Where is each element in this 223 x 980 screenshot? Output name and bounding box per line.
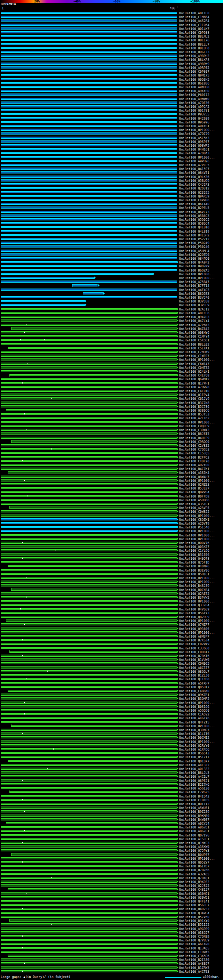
alignment-bar[interactable] xyxy=(1,78,176,80)
hit-accession-label[interactable]: UniRef100_C5LYA1 xyxy=(179,347,209,350)
hit-accession-label[interactable]: UniRef100_A9PH26 xyxy=(179,159,209,163)
alignment-row[interactable]: UniRef100_D0CM12 xyxy=(0,736,223,740)
hit-accession-label[interactable]: UniRef100_A48B97 xyxy=(179,962,209,966)
alignment-row[interactable]: UniRef100_B7FT14 xyxy=(0,284,223,288)
hit-accession-label[interactable]: UniRef100_A3S5K4 xyxy=(179,471,209,474)
hit-accession-label[interactable]: UniRef100_B6E8E6 xyxy=(179,82,209,85)
alignment-bar[interactable] xyxy=(1,491,176,493)
hit-accession-label[interactable]: UniRef100_Q11CD0 xyxy=(179,678,209,681)
alignment-row[interactable]: UniRef100_B5GYY3 xyxy=(0,611,223,615)
alignment-bar[interactable] xyxy=(1,152,176,154)
hit-accession-label[interactable]: UniRef100_Q0O3H5 xyxy=(179,78,209,81)
alignment-bar[interactable] xyxy=(1,581,176,583)
hit-accession-label[interactable]: UniRef100_C6W147 xyxy=(179,362,209,366)
alignment-row[interactable]: UniRef100_B3VJE8 xyxy=(0,299,223,303)
hit-accession-label[interactable]: UniRef100_B8LUF0 xyxy=(179,46,209,50)
alignment-bar[interactable] xyxy=(1,869,176,871)
alignment-row[interactable]: UniRef100_A5C5K3 xyxy=(0,136,223,140)
hit-accession-label[interactable]: UniRef100_Q8PP84 xyxy=(179,490,209,494)
hit-accession-label[interactable]: UniRef100_A7Q729 xyxy=(179,132,209,135)
alignment-row[interactable]: UniRef100_A5UB66 xyxy=(0,498,223,502)
alignment-bar[interactable] xyxy=(11,328,176,329)
alignment-bar[interactable] xyxy=(1,121,176,123)
alignment-row[interactable]: UniRef100_A9PJA2 xyxy=(0,105,223,108)
hit-accession-label[interactable]: UniRef100_Q8GGL7 xyxy=(179,670,209,673)
alignment-row[interactable]: UniRef100_A7Q729 xyxy=(0,132,223,135)
alignment-row[interactable]: UniRef100_C7QCG3 xyxy=(0,447,223,451)
alignment-bar[interactable] xyxy=(1,203,176,205)
alignment-bar[interactable] xyxy=(1,74,176,76)
alignment-row[interactable]: UniRef100_C0ZWY9 xyxy=(0,642,223,646)
alignment-bar[interactable] xyxy=(1,577,176,579)
alignment-bar[interactable] xyxy=(1,211,176,213)
alignment-bar[interactable] xyxy=(1,19,176,22)
alignment-row[interactable]: UniRef100_Q01LK7 xyxy=(0,27,223,30)
hit-accession-label[interactable]: UniRef100_UP1000... xyxy=(179,272,215,276)
alignment-bar[interactable] xyxy=(1,842,176,844)
alignment-bar[interactable] xyxy=(1,928,176,929)
hit-accession-label[interactable]: UniRef100_A8M3P7 xyxy=(179,635,209,638)
hit-accession-label[interactable]: UniRef100_P52212 xyxy=(179,237,209,241)
hit-accession-label[interactable]: UniRef100_C7QNZ9 xyxy=(179,935,209,938)
alignment-bar[interactable] xyxy=(1,667,176,668)
hit-accession-label[interactable]: UniRef100_C1B1D5 xyxy=(179,799,209,802)
alignment-bar[interactable] xyxy=(1,238,176,240)
alignment-bar[interactable] xyxy=(1,54,176,57)
alignment-bar[interactable] xyxy=(1,483,176,485)
hit-accession-label[interactable]: UniRef100_A3S1G1 xyxy=(179,502,209,506)
alignment-row[interactable]: UniRef100_Q4FZT5 xyxy=(0,720,223,724)
hit-accession-label[interactable]: UniRef100_B3VJF0 xyxy=(179,296,209,299)
hit-accession-label[interactable]: UniRef100_C3X5G6 xyxy=(179,954,209,958)
alignment-bar[interactable] xyxy=(1,257,176,259)
hit-accession-label[interactable]: UniRef100_A9NUB8 xyxy=(179,86,209,89)
hit-accession-label[interactable]: UniRef100_Q3DN07 xyxy=(179,728,209,732)
hit-accession-label[interactable]: UniRef100_Q75PY3 xyxy=(179,849,209,853)
hit-accession-label[interactable]: UniRef100_B5G5T3 xyxy=(179,752,209,755)
hit-accession-label[interactable]: UniRef100_C0HTZ5 xyxy=(179,366,209,369)
hit-accession-label[interactable]: UniRef100_A8LCE6 xyxy=(179,312,209,315)
alignment-bar[interactable] xyxy=(1,160,176,162)
hit-accession-label[interactable]: UniRef100_B5GJE7 xyxy=(179,904,209,907)
hit-accession-label[interactable]: UniRef100_C5K5D1 xyxy=(179,339,209,342)
alignment-bar[interactable] xyxy=(1,530,176,532)
hit-accession-label[interactable]: UniRef100_C61JV9 xyxy=(179,397,209,401)
hit-accession-label[interactable]: UniRef100_UP1000... xyxy=(179,421,215,424)
alignment-row[interactable]: UniRef100_Q05U17 xyxy=(0,685,223,689)
alignment-bar[interactable] xyxy=(1,702,176,704)
alignment-row[interactable]: UniRef100_Q4LB10 xyxy=(0,225,223,229)
alignment-bar[interactable] xyxy=(1,140,176,143)
alignment-row[interactable]: UniRef100_B7RKT6 xyxy=(0,654,223,658)
alignment-row[interactable]: UniRef100_C61JV9 xyxy=(0,397,223,401)
hit-accession-label[interactable]: UniRef100_Q84PD0 xyxy=(179,257,209,260)
alignment-bar[interactable] xyxy=(1,815,176,817)
alignment-row[interactable]: UniRef100_C5LYA1 xyxy=(0,346,223,350)
hit-accession-label[interactable]: UniRef100_A5GQ50 xyxy=(179,709,209,712)
hit-accession-label[interactable]: UniRef100_C1MNA4 xyxy=(179,15,209,19)
alignment-row[interactable]: UniRef100_B51IJ2 xyxy=(0,923,223,926)
hit-accession-label[interactable]: UniRef100_B8LL02 xyxy=(179,343,209,346)
alignment-bar[interactable] xyxy=(1,343,176,345)
hit-accession-label[interactable]: UniRef100_B3VJE9 xyxy=(179,304,209,307)
hit-accession-label[interactable]: UniRef100_Q3B0C6 xyxy=(179,409,209,412)
alignment-bar[interactable] xyxy=(1,877,176,879)
alignment-bar[interactable] xyxy=(1,721,176,723)
alignment-row[interactable]: UniRef100_B3VJF0 xyxy=(0,296,223,299)
hit-accession-label[interactable]: UniRef100_Q2QTD0 xyxy=(179,253,209,256)
alignment-bar[interactable] xyxy=(1,659,176,660)
alignment-row[interactable]: UniRef100_B0UP37 xyxy=(0,853,223,857)
hit-accession-label[interactable]: UniRef100_B5H1G1 xyxy=(179,573,209,576)
alignment-row[interactable]: UniRef100_A4C3J2 xyxy=(0,763,223,767)
hit-accession-label[interactable]: UniRef100_Q4LB19 xyxy=(179,230,209,233)
alignment-row[interactable]: UniRef100_B8LKF8 xyxy=(0,58,223,62)
alignment-row[interactable]: UniRef100_B5C7S6 xyxy=(0,405,223,409)
alignment-row[interactable]: UniRef100_B9GFJ3 xyxy=(0,50,223,54)
alignment-bar[interactable] xyxy=(1,67,176,68)
hit-accession-label[interactable]: UniRef100_P93755 xyxy=(179,113,209,116)
hit-accession-label[interactable]: UniRef100_B5GYY3 xyxy=(179,611,209,615)
hit-accession-label[interactable]: UniRef100_B8J8T5 xyxy=(179,432,209,436)
alignment-bar[interactable] xyxy=(1,382,176,384)
alignment-row[interactable]: UniRef100_B40NN6 xyxy=(0,564,223,568)
alignment-bar[interactable] xyxy=(1,390,176,392)
alignment-bar[interactable] xyxy=(1,503,176,505)
hit-accession-label[interactable]: UniRef100_A5UB66 xyxy=(179,498,209,502)
